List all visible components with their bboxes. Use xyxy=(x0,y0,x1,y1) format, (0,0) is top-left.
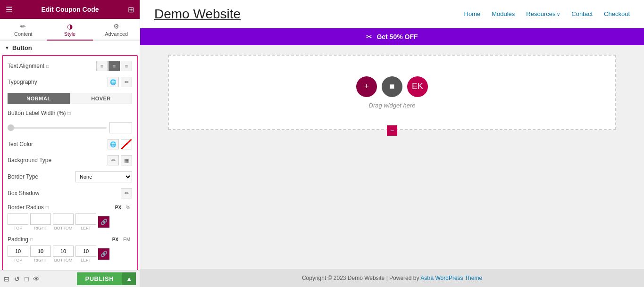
padding-left-input[interactable] xyxy=(75,246,96,257)
border-radius-label: Border Radius □ xyxy=(8,204,49,211)
panel-body: ▼ Button Text Alignment □ ≡ ≡ ≡ Typo xyxy=(0,41,140,270)
publish-wrap: PUBLISH ▲ xyxy=(77,272,136,285)
state-tabs: NORMAL HOVER xyxy=(8,93,132,104)
border-radius-right-input[interactable] xyxy=(30,213,51,225)
text-color-row: Text Color 🌐 xyxy=(8,139,132,149)
box-shadow-edit-button[interactable]: ✏ xyxy=(121,188,132,198)
padding-link-button[interactable]: 🔗 xyxy=(98,248,109,260)
nav-contact[interactable]: Contact xyxy=(571,10,593,17)
button-section-header[interactable]: ▼ Button xyxy=(0,41,140,55)
padding-bottom-label: BOTTOM xyxy=(54,258,72,262)
nav-checkout[interactable]: Checkout xyxy=(604,10,630,17)
footer-responsive-icon[interactable]: □ xyxy=(25,275,28,283)
site-footer: Copyright © 2023 Demo Website | Powered … xyxy=(140,269,644,287)
grid-icon[interactable]: ⊞ xyxy=(128,5,134,14)
padding-top-wrap: TOP xyxy=(8,246,28,262)
scissors-icon: ✂ xyxy=(366,33,372,41)
align-left-button[interactable]: ≡ xyxy=(96,61,108,71)
padding-bottom-wrap: BOTTOM xyxy=(53,246,74,262)
text-alignment-monitor-icon: □ xyxy=(46,64,49,69)
padding-right-label: RIGHT xyxy=(34,258,47,262)
border-radius-units: PX % xyxy=(113,205,132,211)
border-radius-link-button[interactable]: 🔗 xyxy=(98,216,109,228)
padding-top-label: TOP xyxy=(14,258,22,262)
panel-header: ☰ Edit Coupon Code ⊞ xyxy=(0,0,140,19)
padding-top-input[interactable] xyxy=(8,246,28,257)
nav-links: Home Modules Resources Contact Checkout xyxy=(464,10,630,17)
footer-link[interactable]: Astra WordPress Theme xyxy=(420,275,482,281)
text-color-swatch-button[interactable] xyxy=(121,139,132,149)
padding-left-wrap: LEFT xyxy=(75,246,96,262)
panel-title: Edit Coupon Code xyxy=(41,6,99,13)
tab-content[interactable]: ✏ Content xyxy=(0,19,47,41)
drop-zone-edit-button[interactable]: EK xyxy=(407,76,428,97)
footer-preview-icon[interactable]: 👁 xyxy=(33,275,40,283)
bg-type-paint-button[interactable]: ✏ xyxy=(108,155,119,165)
border-radius-right-wrap: RIGHT xyxy=(30,213,51,230)
tab-advanced[interactable]: ⚙ Advanced xyxy=(93,19,140,41)
slider-input[interactable] xyxy=(109,122,132,133)
border-radius-bottom-input[interactable] xyxy=(53,213,74,225)
box-shadow-label: Box Shadow xyxy=(8,190,39,197)
align-right-button[interactable]: ≡ xyxy=(121,61,132,71)
left-panel: ☰ Edit Coupon Code ⊞ ✏ Content ◑ Style ⚙… xyxy=(0,0,140,287)
border-type-label: Border Type xyxy=(8,173,38,180)
button-label-width-row: Button Label Width (%) □ xyxy=(8,110,132,116)
tab-content-label: Content xyxy=(14,31,33,37)
nav-modules[interactable]: Modules xyxy=(492,10,515,17)
footer-icons: ⊟ ↺ □ 👁 xyxy=(4,275,40,283)
padding-px-button[interactable]: PX xyxy=(110,237,120,243)
footer-text: Copyright © 2023 Demo Website | Powered … xyxy=(302,275,420,281)
footer-layers-icon[interactable]: ⊟ xyxy=(4,275,9,283)
border-radius-bottom-label: BOTTOM xyxy=(54,226,72,230)
color-diagonal xyxy=(121,139,132,149)
footer-history-icon[interactable]: ↺ xyxy=(14,275,20,283)
top-nav: Demo Website Home Modules Resources Cont… xyxy=(140,0,644,28)
tab-style[interactable]: ◑ Style xyxy=(47,19,93,41)
text-color-label: Text Color xyxy=(8,141,33,148)
minus-button[interactable]: − xyxy=(387,125,397,136)
padding-inputs: TOP RIGHT BOTTOM LEFT 🔗 xyxy=(8,246,132,262)
border-radius-left-input[interactable] xyxy=(75,213,96,225)
tab-advanced-label: Advanced xyxy=(105,31,128,37)
text-alignment-row: Text Alignment □ ≡ ≡ ≡ xyxy=(8,61,132,71)
state-hover-tab[interactable]: HOVER xyxy=(70,93,132,104)
nav-resources[interactable]: Resources xyxy=(526,10,560,17)
hamburger-icon[interactable]: ☰ xyxy=(6,5,12,14)
slider-track[interactable] xyxy=(8,127,107,129)
border-radius-header: Border Radius □ PX % xyxy=(8,204,132,211)
publish-arrow-button[interactable]: ▲ xyxy=(122,272,136,285)
border-radius-top-input[interactable] xyxy=(8,213,28,225)
typography-globe-button[interactable]: 🌐 xyxy=(108,77,119,87)
padding-bottom-input[interactable] xyxy=(53,246,74,257)
nav-home[interactable]: Home xyxy=(464,10,481,17)
publish-button[interactable]: PUBLISH xyxy=(77,272,123,285)
slider-thumb[interactable] xyxy=(8,124,14,131)
padding-em-button[interactable]: EM xyxy=(121,237,132,243)
drop-zone-add-button[interactable]: + xyxy=(356,76,377,97)
background-type-label: Background Type xyxy=(8,157,51,164)
typography-edit-button[interactable]: ✏ xyxy=(121,77,132,87)
padding-right-input[interactable] xyxy=(30,246,51,257)
state-normal-tab[interactable]: NORMAL xyxy=(8,93,70,104)
border-radius-right-label: RIGHT xyxy=(34,226,47,230)
button-label-width-label: Button Label Width (%) □ xyxy=(8,110,70,116)
promo-banner: ✂ Get 50% OFF xyxy=(140,28,644,45)
border-type-select[interactable]: None Solid Dashed Dotted Double xyxy=(75,171,132,182)
padding-monitor-icon: □ xyxy=(30,237,33,242)
text-color-globe-button[interactable]: 🌐 xyxy=(108,139,119,149)
drop-zone: + ■ EK Drag widget here − xyxy=(168,55,616,130)
border-radius-percent-button[interactable]: % xyxy=(124,205,132,211)
section-label: Button xyxy=(12,44,32,51)
border-radius-px-button[interactable]: PX xyxy=(113,205,123,211)
drop-zone-stop-button[interactable]: ■ xyxy=(382,76,402,97)
border-radius-monitor-icon: □ xyxy=(46,205,49,210)
border-radius-bottom-wrap: BOTTOM xyxy=(53,213,74,230)
section-arrow-icon: ▼ xyxy=(5,45,9,50)
align-center-button[interactable]: ≡ xyxy=(109,61,120,71)
padding-left-label: LEFT xyxy=(81,258,91,262)
padding-section: Padding □ PX EM TOP RIGHT xyxy=(8,236,132,262)
bg-type-gradient-button[interactable]: ▦ xyxy=(121,155,132,165)
alignment-buttons: ≡ ≡ ≡ xyxy=(96,61,132,71)
typography-controls: 🌐 ✏ xyxy=(108,77,132,87)
